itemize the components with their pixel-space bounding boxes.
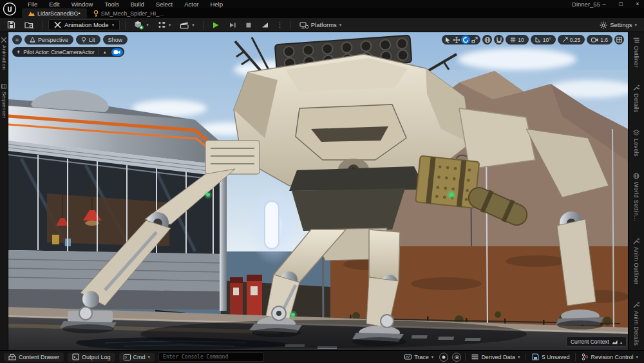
browse-content-button[interactable] bbox=[21, 19, 37, 30]
stop-icon bbox=[245, 22, 252, 28]
revision-control-label: Revision Control bbox=[591, 354, 633, 360]
perspective-icon bbox=[30, 37, 35, 43]
trace-icon bbox=[404, 354, 412, 360]
eject-advance-button[interactable] bbox=[258, 20, 272, 30]
save-button[interactable] bbox=[4, 19, 19, 30]
menu-help[interactable]: Help bbox=[204, 0, 229, 8]
world-local-toggle[interactable] bbox=[482, 35, 492, 44]
anim-outliner-icon bbox=[633, 238, 639, 244]
hamburger-icon: ≡ bbox=[15, 37, 19, 43]
menu-edit[interactable]: Edit bbox=[43, 0, 65, 8]
trace-label: Trace bbox=[414, 354, 429, 360]
camera-speed-control[interactable]: 1.6 bbox=[587, 35, 612, 44]
minimize-icon[interactable]: – bbox=[600, 0, 608, 8]
menu-file[interactable]: File bbox=[22, 0, 43, 8]
tab-level[interactable]: LidarScanedBG• bbox=[22, 8, 87, 18]
statusbar-separator bbox=[575, 353, 576, 361]
settings-dropdown[interactable]: Settings ▾ bbox=[596, 20, 640, 30]
viewport[interactable]: ≡ Perspective Lit Show bbox=[8, 32, 628, 350]
editor-mode-label: Animation Mode bbox=[64, 21, 109, 28]
perspective-dropdown[interactable]: Perspective bbox=[24, 35, 73, 44]
eject-pilot-icon[interactable]: ▲ bbox=[102, 50, 108, 54]
grid-snap-control[interactable]: 10 bbox=[506, 35, 528, 44]
folder-search-icon bbox=[24, 21, 34, 29]
chevron-down-icon: ▾ bbox=[431, 355, 434, 359]
anim-details-icon bbox=[633, 302, 639, 308]
tab-animation[interactable]: Animation bbox=[1, 37, 7, 70]
cursor-icon bbox=[445, 37, 451, 43]
camera-view-toggle[interactable] bbox=[111, 48, 123, 56]
trace-dropdown[interactable]: Trace ▾ bbox=[402, 354, 435, 360]
play-options-menu[interactable]: ⋮ bbox=[275, 21, 285, 28]
insights-record-button[interactable] bbox=[439, 353, 448, 362]
tab-static-mesh-label: SM_Mech_Spider_HI_... bbox=[101, 10, 164, 17]
console-command-input[interactable] bbox=[158, 352, 264, 362]
cinematics-button[interactable]: ▾ bbox=[176, 20, 198, 30]
scene-render bbox=[8, 32, 628, 350]
pilot-actor-label: Pilot Actor: CineCameraActor bbox=[23, 49, 95, 55]
output-log-button[interactable]: Output Log bbox=[68, 353, 115, 362]
current-context-button[interactable]: Current Context ▴ bbox=[566, 337, 627, 347]
viewport-options-menu[interactable]: ≡ bbox=[12, 35, 22, 44]
unsaved-button[interactable]: 5 Unsaved bbox=[530, 353, 571, 360]
content-drawer-label: Content Drawer bbox=[19, 354, 59, 360]
tab-outliner[interactable]: Outliner bbox=[633, 37, 639, 68]
rotate-tool[interactable] bbox=[461, 35, 470, 44]
revision-control-dropdown[interactable]: Revision Control ▾ bbox=[580, 353, 640, 360]
maximize-icon[interactable]: □ bbox=[617, 0, 625, 8]
tab-world-settings[interactable]: World Settin... bbox=[633, 173, 639, 221]
unreal-engine-logo[interactable] bbox=[3, 2, 17, 16]
title-bar: File Edit Window Tools Build Select Acto… bbox=[0, 0, 644, 8]
revision-control-icon bbox=[582, 353, 588, 360]
stop-button[interactable] bbox=[242, 21, 255, 30]
tab-anim-outliner[interactable]: Anim Outliner bbox=[633, 238, 639, 284]
chevron-down-icon: ▾ bbox=[518, 355, 520, 359]
platforms-dropdown[interactable]: Platforms ▾ bbox=[296, 20, 345, 30]
add-actor-icon bbox=[134, 21, 144, 30]
tab-anim-details[interactable]: Anim Details bbox=[633, 302, 639, 346]
rotation-snap-control[interactable]: 10° bbox=[531, 35, 556, 44]
close-icon[interactable]: × bbox=[634, 0, 641, 8]
blueprints-button[interactable]: ▾ bbox=[155, 19, 175, 30]
viewport-toolbar-right: 10 10° 0.25 bbox=[442, 35, 624, 44]
pilot-actor-bar[interactable]: + Pilot Actor: CineCameraActor ▲ bbox=[12, 47, 124, 57]
settings-label: Settings bbox=[610, 21, 632, 28]
frame-skip-button[interactable] bbox=[225, 20, 240, 30]
blueprints-icon bbox=[158, 21, 166, 29]
show-dropdown[interactable]: Show bbox=[103, 35, 128, 44]
editor-mode-dropdown[interactable]: Animation Mode ▾ bbox=[48, 19, 120, 30]
tab-levels-label: Levels bbox=[633, 139, 639, 157]
world-settings-icon bbox=[633, 173, 639, 179]
tab-anim-details-label: Anim Details bbox=[633, 311, 639, 346]
tab-details[interactable]: Details bbox=[633, 84, 639, 113]
content-drawer-icon bbox=[8, 353, 16, 360]
perspective-label: Perspective bbox=[38, 37, 68, 43]
tab-sequencer[interactable]: Sequencer bbox=[1, 84, 7, 118]
tab-static-mesh[interactable]: SM_Mech_Spider_HI_... bbox=[87, 8, 171, 18]
scale-tool[interactable] bbox=[470, 35, 479, 44]
play-button[interactable] bbox=[209, 20, 223, 30]
select-tool[interactable] bbox=[443, 35, 452, 44]
main-toolbar: Animation Mode ▾ ▾ ▾ bbox=[0, 18, 644, 32]
maximize-viewport-button[interactable] bbox=[614, 35, 624, 44]
menu-select[interactable]: Select bbox=[150, 0, 178, 8]
move-tool[interactable] bbox=[452, 35, 461, 44]
current-context-label: Current Context bbox=[571, 338, 609, 345]
screenshot-button[interactable] bbox=[452, 353, 461, 362]
add-actor-button[interactable]: ▾ bbox=[131, 19, 152, 31]
right-dock-strip: Outliner Details Levels bbox=[628, 32, 644, 350]
cmd-dropdown[interactable]: Cmd ▾ bbox=[119, 353, 155, 362]
derived-data-dropdown[interactable]: Derived Data ▾ bbox=[469, 354, 522, 360]
menu-actor[interactable]: Actor bbox=[178, 0, 204, 8]
menu-tools[interactable]: Tools bbox=[99, 0, 124, 8]
camera-icon bbox=[113, 50, 120, 55]
scale-snap-control[interactable]: 0.25 bbox=[558, 35, 585, 44]
menu-build[interactable]: Build bbox=[125, 0, 150, 8]
globe-icon bbox=[484, 37, 491, 43]
surface-snapping-toggle[interactable] bbox=[494, 35, 504, 44]
unreal-logo-icon bbox=[3, 2, 17, 16]
menu-window[interactable]: Window bbox=[66, 0, 99, 8]
lit-dropdown[interactable]: Lit bbox=[76, 35, 100, 44]
tab-levels[interactable]: Levels bbox=[633, 130, 639, 157]
content-drawer-button[interactable]: Content Drawer bbox=[4, 353, 64, 362]
